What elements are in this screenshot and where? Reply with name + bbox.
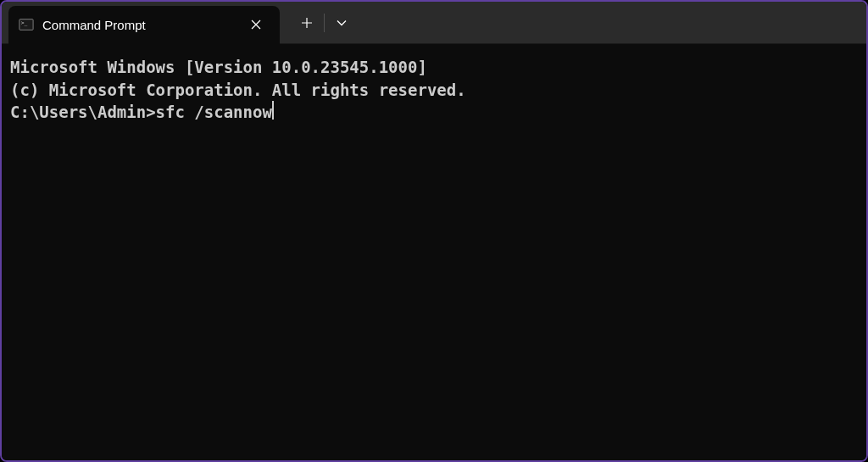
tab-command-prompt[interactable]: >_ Command Prompt — [8, 6, 280, 44]
tab-actions — [290, 2, 359, 43]
new-tab-button[interactable] — [290, 8, 324, 38]
close-tab-button[interactable] — [246, 14, 266, 35]
terminal-prompt: C:\Users\Admin> — [10, 101, 156, 124]
tab-title: Command Prompt — [42, 18, 229, 32]
terminal-content[interactable]: Microsoft Windows [Version 10.0.23545.10… — [2, 44, 866, 460]
title-bar: >_ Command Prompt — [2, 2, 866, 44]
plus-icon — [301, 17, 313, 29]
svg-text:>_: >_ — [21, 19, 28, 26]
terminal-command: sfc /scannow — [156, 101, 272, 124]
terminal-prompt-line: C:\Users\Admin>sfc /scannow — [10, 101, 858, 124]
terminal-output-line: (c) Microsoft Corporation. All rights re… — [10, 79, 858, 102]
terminal-icon: >_ — [19, 17, 34, 32]
cursor — [272, 101, 274, 120]
close-icon — [251, 19, 261, 30]
chevron-down-icon — [337, 19, 347, 26]
tab-dropdown-button[interactable] — [325, 8, 359, 38]
terminal-output-line: Microsoft Windows [Version 10.0.23545.10… — [10, 56, 858, 79]
